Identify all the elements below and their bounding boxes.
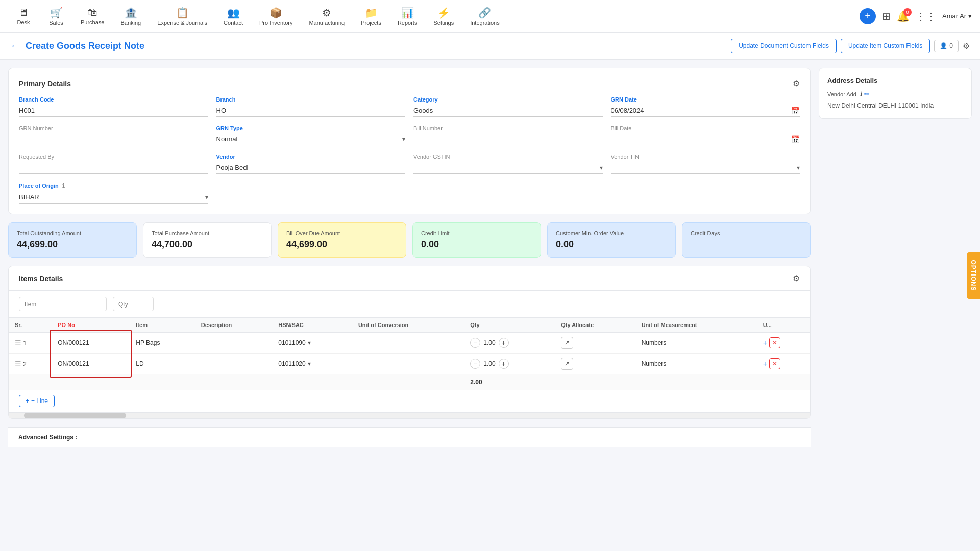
cell-row-actions-2: + ✕ [757, 354, 810, 374]
qty-minus-button-1[interactable]: − [470, 338, 480, 348]
user-chevron-icon: ▾ [968, 12, 972, 20]
hsn-chevron-icon-1[interactable]: ▾ [308, 339, 311, 346]
cell-row-actions-1: + ✕ [757, 333, 810, 354]
nav-pro-inventory-label: Pro Inventory [259, 20, 292, 26]
category-input[interactable] [413, 105, 603, 117]
page-title: Create Goods Receipt Note [26, 41, 725, 52]
add-button[interactable]: + [860, 8, 876, 24]
nav-settings[interactable]: ⚡ Settings [426, 3, 461, 30]
qty-plus-button-1[interactable]: + [499, 338, 509, 348]
vendor-input[interactable] [216, 162, 406, 174]
vendor-tin-select[interactable] [611, 162, 800, 174]
qty-control-1: − 1.00 + [470, 338, 549, 348]
page-header: ← Create Goods Receipt Note Update Docum… [0, 33, 980, 60]
nav-banking[interactable]: 🏦 Banking [113, 3, 148, 30]
branch-code-input[interactable] [19, 105, 208, 117]
notification-button[interactable]: 🔔 0 [897, 10, 910, 22]
summary-overdue-label: Bill Over Due Amount [286, 230, 398, 236]
drag-handle-icon[interactable]: ☰ [15, 339, 21, 347]
options-tab[interactable]: OPTIONS [967, 252, 980, 299]
bill-date-calendar-icon[interactable]: 📅 [791, 135, 800, 143]
items-settings-button[interactable]: ⚙ [793, 273, 800, 283]
address-details-card: Address Details Vendor Add. ℹ ✏ New Delh… [819, 68, 972, 119]
user-menu-button[interactable]: Amar Ar ▾ [942, 12, 972, 20]
place-of-origin-select-wrap: BIHAR ▾ [19, 191, 208, 204]
grn-date-calendar-icon[interactable]: 📅 [791, 107, 800, 115]
row-delete-button-2[interactable]: ✕ [769, 358, 780, 369]
bill-date-input[interactable] [611, 133, 800, 145]
items-header: Items Details ⚙ [9, 266, 810, 291]
layout-icon-button[interactable]: ⊞ [882, 10, 891, 22]
nav-integrations[interactable]: 🔗 Integrations [463, 3, 506, 30]
banking-icon: 🏦 [125, 7, 137, 19]
primary-details-card: Primary Details ⚙ Branch Code Branch Cat… [8, 68, 811, 214]
col-qty: Qty [464, 318, 555, 333]
grn-number-input[interactable] [19, 133, 208, 145]
nav-pro-inventory[interactable]: 📦 Pro Inventory [252, 3, 300, 30]
nav-projects[interactable]: 📁 Projects [354, 3, 388, 30]
qty-allocate-action-2[interactable]: ↗ [561, 358, 573, 370]
vendor-gstin-select[interactable] [413, 162, 603, 174]
place-of-origin-select[interactable]: BIHAR [19, 191, 208, 204]
update-doc-custom-fields-button[interactable]: Update Document Custom Fields [731, 39, 837, 53]
vendor-gstin-field: Vendor GSTIN ▾ [413, 154, 603, 174]
branch-input[interactable] [216, 105, 406, 117]
add-line-button[interactable]: + + Line [19, 395, 55, 407]
col-unit-conversion: Unit of Conversion [352, 318, 464, 333]
scroll-thumb[interactable] [24, 413, 126, 418]
back-button[interactable]: ← [10, 41, 19, 52]
qty-allocate-action-1[interactable]: ↗ [561, 337, 573, 349]
cell-item-2: LD [130, 354, 195, 374]
nav-purchase[interactable]: 🛍 Purchase [74, 3, 111, 30]
user-icon: 👤 [940, 42, 947, 49]
row-delete-button-1[interactable]: ✕ [769, 337, 780, 348]
cell-drag-handle[interactable]: ☰ 1 [9, 333, 52, 354]
qty-filter-input[interactable] [113, 297, 154, 311]
settings-gear-button[interactable]: ⚙ [963, 41, 970, 51]
primary-details-header: Primary Details ⚙ [19, 79, 800, 88]
update-item-custom-fields-button[interactable]: Update Item Custom Fields [841, 39, 930, 53]
advanced-settings-bar[interactable]: Advanced Settings : [8, 427, 811, 447]
nav-desk[interactable]: 🖥 Desk [8, 3, 39, 30]
nav-sales[interactable]: 🛒 Sales [41, 3, 71, 30]
cell-unit-meas-2: Numbers [635, 354, 757, 374]
vendor-add-info-icon: ℹ [860, 91, 862, 97]
grn-date-wrapper: 📅 [611, 105, 800, 117]
nav-manufacturing[interactable]: ⚙ Manufacturing [302, 3, 352, 30]
pro-inventory-icon: 📦 [270, 7, 282, 19]
nav-expense-journals[interactable]: 📋 Expense & Journals [150, 3, 214, 30]
primary-details-settings-button[interactable]: ⚙ [793, 79, 800, 88]
nav-projects-label: Projects [361, 20, 381, 26]
grn-type-select[interactable]: Normal [216, 133, 406, 145]
summary-credit-days-label: Credit Days [691, 230, 802, 236]
qty-plus-button-2[interactable]: + [499, 359, 509, 369]
vendor-edit-button[interactable]: ✏ [864, 90, 870, 98]
grn-date-input[interactable] [611, 105, 800, 117]
bill-number-input[interactable] [413, 133, 603, 145]
nav-contact[interactable]: 👥 Contact [216, 3, 250, 30]
summary-credit-days: Credit Days [682, 222, 811, 258]
nav-sales-label: Sales [49, 20, 63, 26]
requested-by-input[interactable] [19, 162, 208, 174]
bill-date-field: Bill Date 📅 ℹ [611, 125, 800, 145]
nav-reports[interactable]: 📊 Reports [390, 3, 425, 30]
user-count-button[interactable]: 👤 0 [934, 40, 959, 52]
form-row-4: Place of Origin ℹ BIHAR ▾ [19, 182, 800, 204]
qty-minus-button-2[interactable]: − [470, 359, 480, 369]
add-line-label: + Line [31, 397, 48, 405]
top-navigation: 🖥 Desk 🛒 Sales 🛍 Purchase 🏦 Banking 📋 Ex… [0, 0, 980, 33]
grid-icon-button[interactable]: ⋮⋮ [916, 10, 936, 22]
horizontal-scrollbar[interactable] [9, 412, 810, 418]
items-table: Sr. PO No Item Description HSN/SAC Unit … [9, 318, 810, 390]
items-title: Items Details [19, 274, 63, 283]
drag-handle-icon-2[interactable]: ☰ [15, 360, 21, 368]
row-add-button-2[interactable]: + [763, 360, 767, 368]
row-add-button-1[interactable]: + [763, 339, 767, 347]
hsn-chevron-icon-2[interactable]: ▾ [308, 360, 311, 367]
cell-drag-handle-2[interactable]: ☰ 2 [9, 354, 52, 374]
vendor-add-label: Vendor Add. ℹ ✏ [827, 90, 963, 98]
user-count-value: 0 [949, 42, 953, 49]
item-filter-input[interactable] [19, 297, 107, 311]
summary-min-order-label: Customer Min. Order Value [556, 230, 667, 236]
vendor-field: Vendor [216, 154, 406, 174]
